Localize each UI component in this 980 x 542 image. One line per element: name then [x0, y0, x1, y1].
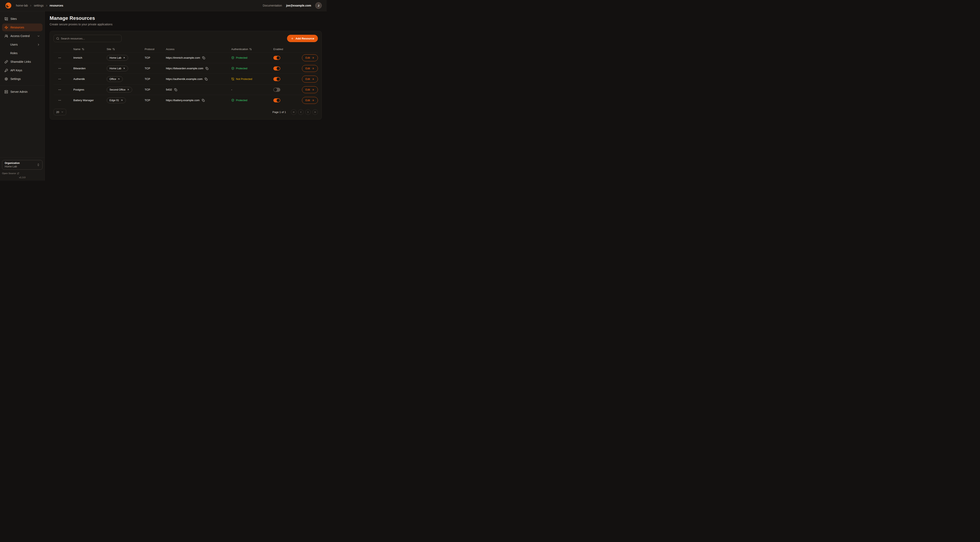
- chevrons-up-down-icon: [37, 163, 40, 166]
- edit-button-label: Edit: [305, 88, 310, 91]
- next-page-button[interactable]: [305, 109, 311, 115]
- breadcrumb-settings[interactable]: settings: [34, 4, 43, 7]
- auth-status-label: Not Protected: [236, 78, 252, 81]
- app-version: v1.3.0: [2, 176, 43, 179]
- table-header: Name Site Protocol Access: [54, 46, 318, 52]
- breadcrumb-org[interactable]: home-lab: [16, 4, 28, 7]
- sidebar-item-label: API Keys: [10, 69, 22, 72]
- open-source-link[interactable]: Open Source: [2, 172, 43, 175]
- organization-label: Organization: [5, 162, 37, 164]
- site-link[interactable]: Office: [107, 76, 123, 82]
- add-resource-label: Add Resource: [296, 37, 314, 40]
- row-menu-button[interactable]: [57, 56, 62, 60]
- arrow-up-right-icon: [123, 67, 125, 70]
- sidebar-item-label: Access Control: [10, 34, 30, 38]
- copy-access-button[interactable]: [205, 67, 209, 70]
- enabled-toggle[interactable]: [274, 56, 280, 60]
- arrow-up-right-icon: [127, 89, 129, 91]
- sidebar-item-roles[interactable]: Roles: [2, 49, 43, 57]
- search-icon: [56, 37, 59, 40]
- edit-button[interactable]: Edit: [302, 97, 318, 104]
- arrow-right-icon: [312, 67, 314, 70]
- avatar[interactable]: J: [315, 2, 322, 9]
- sidebar-item-sites[interactable]: Sites: [2, 15, 43, 23]
- resource-protocol: TCP: [145, 67, 150, 70]
- resource-access: 5432: [166, 88, 172, 91]
- sidebar-item-shareable-links[interactable]: Shareable Links: [2, 58, 43, 65]
- waypoints-icon: [5, 26, 8, 29]
- row-menu-button[interactable]: [57, 77, 62, 81]
- users-icon: [5, 34, 8, 38]
- edit-button[interactable]: Edit: [302, 65, 318, 72]
- chevrons-right-icon: [314, 111, 317, 113]
- row-menu-button[interactable]: [57, 98, 62, 103]
- enabled-toggle[interactable]: [274, 67, 280, 70]
- edit-button[interactable]: Edit: [302, 54, 318, 61]
- app-logo[interactable]: [5, 2, 12, 9]
- ellipsis-icon: [58, 99, 61, 102]
- page-indicator: Page 1 of 1: [272, 110, 286, 114]
- sidebar-item-resources[interactable]: Resources: [2, 24, 43, 31]
- search-input[interactable]: [61, 37, 119, 40]
- table-row: Battery ManagerEdge 01TCPhttps://battery…: [54, 95, 318, 105]
- edit-button[interactable]: Edit: [302, 76, 318, 83]
- previous-page-button[interactable]: [298, 109, 304, 115]
- copy-icon: [205, 78, 208, 81]
- toggle-knob: [277, 67, 280, 70]
- column-header-site[interactable]: Site: [107, 48, 145, 51]
- enabled-toggle[interactable]: [274, 77, 280, 81]
- site-name: Edge 01: [110, 99, 119, 102]
- resource-protocol: TCP: [145, 56, 150, 59]
- ellipsis-icon: [58, 78, 61, 81]
- copy-access-button[interactable]: [201, 99, 205, 102]
- sidebar-item-server-admin[interactable]: Server Admin: [2, 88, 43, 96]
- auth-status: Protected: [231, 99, 247, 102]
- sidebar-item-api-keys[interactable]: API Keys: [2, 67, 43, 74]
- column-header-name[interactable]: Name: [73, 48, 107, 51]
- edit-button[interactable]: Edit: [302, 86, 318, 93]
- enabled-toggle[interactable]: [274, 98, 280, 102]
- toggle-knob: [277, 99, 280, 102]
- row-menu-button[interactable]: [57, 66, 62, 71]
- sidebar-item-users[interactable]: Users: [2, 41, 43, 48]
- copy-access-button[interactable]: [202, 56, 205, 60]
- copy-access-button[interactable]: [174, 88, 178, 92]
- sort-icon: [249, 48, 252, 51]
- sidebar-item-access-control[interactable]: Access Control: [2, 32, 43, 40]
- sidebar-item-label: Settings: [10, 77, 21, 81]
- site-link[interactable]: Home Lab: [107, 55, 128, 61]
- edit-button-label: Edit: [305, 99, 310, 102]
- resource-name: Authentik: [73, 78, 85, 81]
- sidebar-item-label: Server Admin: [10, 90, 27, 93]
- resource-protocol: TCP: [145, 99, 150, 102]
- auth-status-label: Protected: [236, 67, 247, 70]
- site-link[interactable]: Second Office: [107, 87, 132, 92]
- organization-selector[interactable]: Organization Home Lab: [2, 160, 43, 170]
- column-header-authentication[interactable]: Authentication: [231, 48, 274, 51]
- ellipsis-icon: [58, 67, 61, 70]
- enabled-toggle[interactable]: [274, 88, 280, 92]
- add-resource-button[interactable]: Add Resource: [287, 35, 318, 42]
- sidebar-item-settings[interactable]: Settings: [2, 75, 43, 83]
- site-link[interactable]: Edge 01: [107, 97, 126, 103]
- page-subtitle: Create secure proxies to your private ap…: [49, 23, 322, 26]
- resources-card: Add Resource Name Site: [49, 31, 322, 120]
- resource-name: Immich: [73, 56, 82, 59]
- site-name: Second Office: [110, 88, 126, 91]
- page-size-select[interactable]: 20: [54, 109, 66, 115]
- gear-icon: [5, 77, 8, 81]
- search-box: [54, 35, 122, 42]
- site-link[interactable]: Home Lab: [107, 65, 128, 71]
- documentation-link[interactable]: Documentation: [263, 4, 282, 7]
- edit-button-label: Edit: [305, 67, 310, 70]
- toggle-knob: [277, 78, 280, 81]
- last-page-button[interactable]: [312, 109, 318, 115]
- user-email[interactable]: joe@example.com: [286, 4, 311, 7]
- resource-access: https://battery.example.com: [166, 99, 200, 102]
- first-page-button[interactable]: [291, 109, 296, 115]
- copy-icon: [174, 88, 177, 91]
- row-menu-button[interactable]: [57, 87, 62, 92]
- copy-icon: [202, 56, 205, 59]
- ellipsis-icon: [58, 56, 61, 59]
- copy-access-button[interactable]: [204, 77, 208, 81]
